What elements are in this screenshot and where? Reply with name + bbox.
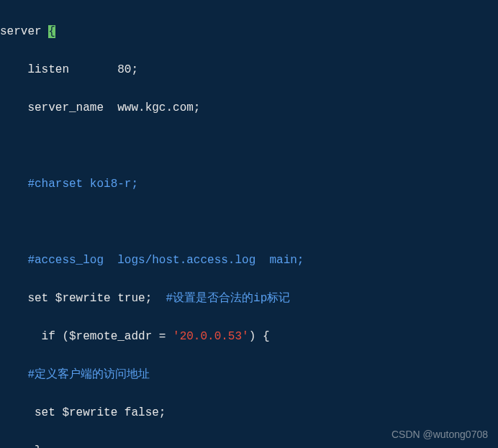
code-line: #charset koi8-r;	[0, 175, 498, 194]
text: server_name www.kgc.com;	[0, 101, 200, 114]
code-block: server { listen 80; server_name www.kgc.…	[0, 0, 498, 448]
text: }	[0, 444, 42, 449]
comment: #charset koi8-r;	[0, 178, 138, 191]
code-line: if ($remote_addr = '20.0.0.53') {	[0, 327, 498, 347]
watermark: CSDN @wutong0708	[391, 425, 488, 444]
code-line: listen 80;	[0, 60, 498, 80]
code-line: #定义客户端的访问地址	[0, 365, 498, 385]
text: listen 80;	[0, 63, 138, 76]
code-line: #access_log logs/host.access.log main;	[0, 251, 498, 270]
cursor-brace: {	[48, 25, 55, 38]
text: ) {	[249, 330, 270, 343]
text: set $rewrite true;	[0, 292, 166, 305]
code-line: set $rewrite false;	[0, 403, 498, 423]
code-line: server {	[0, 22, 498, 42]
text: set $rewrite false;	[0, 406, 166, 419]
code-line: set $rewrite true; #设置是否合法的ip标记	[0, 289, 498, 308]
code-line	[0, 213, 498, 232]
text: server	[0, 25, 48, 38]
code-line	[0, 137, 498, 156]
code-line: server_name www.kgc.com;	[0, 99, 498, 118]
comment: #access_log logs/host.access.log main;	[0, 254, 304, 267]
comment: #设置是否合法的ip标记	[166, 292, 290, 305]
text: if ($remote_addr =	[0, 330, 173, 343]
comment: #定义客户端的访问地址	[0, 368, 150, 381]
string-literal: '20.0.0.53'	[173, 330, 249, 343]
